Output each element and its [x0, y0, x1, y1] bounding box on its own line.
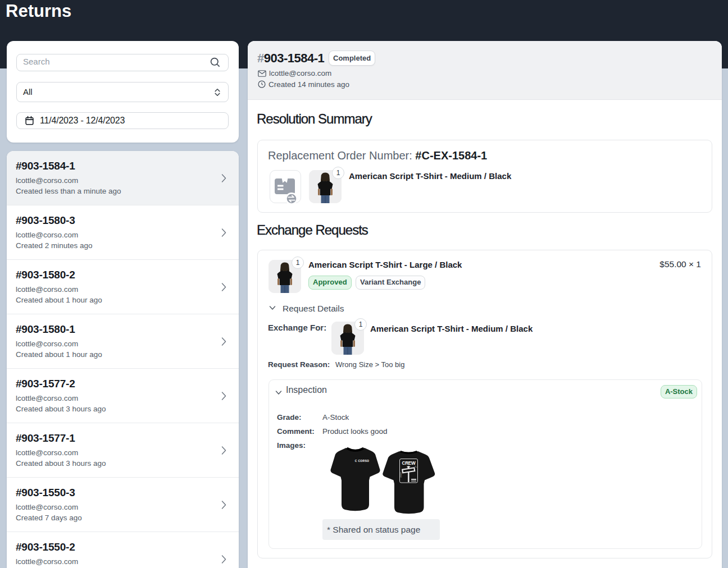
svg-text:20000_: 20000_ [400, 471, 402, 478]
svg-text:CREW: CREW [402, 461, 416, 466]
svg-text:7+: 7+ [415, 465, 417, 468]
svg-text:C CORSO: C CORSO [355, 459, 369, 462]
